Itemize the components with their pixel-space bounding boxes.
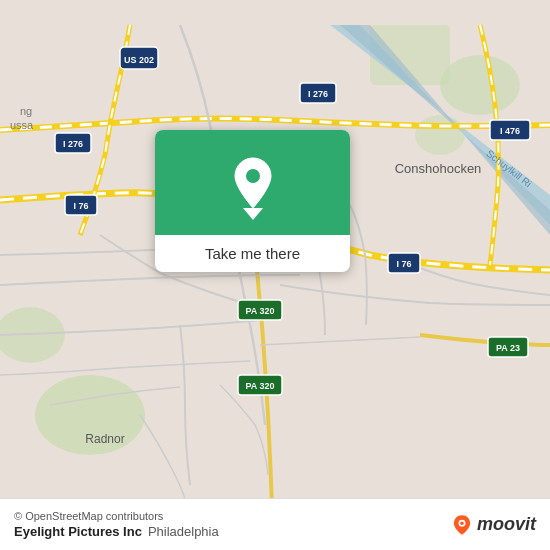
svg-text:PA 23: PA 23 <box>496 343 520 353</box>
moovit-pin-icon <box>451 514 473 536</box>
location-name: Eyelight Pictures Inc <box>14 524 142 539</box>
svg-text:I 276: I 276 <box>308 89 328 99</box>
moovit-logo: moovit <box>451 514 536 536</box>
svg-text:US 202: US 202 <box>124 55 154 65</box>
svg-text:ng: ng <box>20 105 32 117</box>
svg-text:PA 320: PA 320 <box>245 306 274 316</box>
svg-point-3 <box>440 55 520 115</box>
svg-text:ussa: ussa <box>10 119 34 131</box>
svg-text:PA 320: PA 320 <box>245 381 274 391</box>
city-name: Philadelphia <box>148 524 219 539</box>
svg-point-33 <box>460 521 463 524</box>
svg-text:I 476: I 476 <box>500 126 520 136</box>
popup-green-header <box>155 130 350 235</box>
take-me-there-button[interactable]: Take me there <box>155 235 350 272</box>
copyright-text: © OpenStreetMap contributors <box>14 510 451 522</box>
svg-point-31 <box>246 169 260 183</box>
svg-text:I 76: I 76 <box>396 259 411 269</box>
svg-text:I 76: I 76 <box>73 201 88 211</box>
svg-text:I 276: I 276 <box>63 139 83 149</box>
info-bar: © OpenStreetMap contributors Eyelight Pi… <box>0 498 550 550</box>
moovit-brand-label: moovit <box>477 514 536 535</box>
popup-card: Take me there <box>155 130 350 272</box>
svg-point-4 <box>415 115 465 155</box>
location-pin-icon <box>231 156 275 210</box>
svg-text:Radnor: Radnor <box>85 432 124 446</box>
svg-text:Conshohocken: Conshohocken <box>395 161 482 176</box>
map-container: US 202 I 276 I 276 I 76 I 76 I 476 PA 32… <box>0 0 550 550</box>
